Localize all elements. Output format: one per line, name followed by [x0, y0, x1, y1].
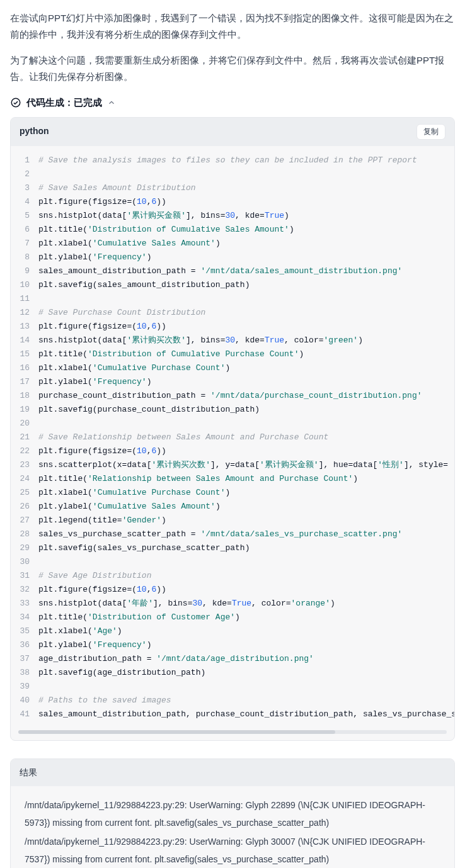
line-number: 26 [11, 500, 38, 514]
code-line: 19plt.savefig(purchase_count_distributio… [11, 403, 454, 417]
line-number: 28 [11, 527, 38, 541]
line-content: plt.legend(title='Gender') [38, 514, 175, 527]
line-number: 37 [11, 652, 38, 666]
result-block: 结果 /mnt/data/ipykernel_11/929884223.py:2… [10, 758, 455, 869]
code-line: 22plt.figure(figsize=(10,6)) [11, 444, 454, 458]
line-content: plt.savefig(sales_vs_purchase_scatter_pa… [38, 541, 258, 555]
code-line: 33sns.histplot(data['年龄'], bins=30, kde=… [11, 597, 454, 611]
line-content: plt.figure(figsize=(10,6)) [38, 583, 175, 597]
code-line: 2 [11, 167, 454, 181]
copy-button[interactable]: 复制 [416, 124, 445, 140]
code-line: 39 [11, 680, 454, 694]
line-content: plt.ylabel('Frequency') [38, 251, 160, 264]
code-line: 28sales_vs_purchase_scatter_path = '/mnt… [11, 527, 454, 541]
code-line: 27plt.legend(title='Gender') [11, 514, 454, 527]
line-number: 15 [11, 347, 38, 361]
line-number: 39 [11, 680, 38, 694]
line-number: 27 [11, 514, 38, 527]
line-number: 3 [11, 181, 38, 195]
line-content: plt.xlabel('Cumulative Purchase Count') [38, 361, 239, 375]
assistant-prose: 在尝试向PPT幻灯片中添加图像时，我遇到了一个错误，因为找不到指定的图像文件。这… [10, 10, 455, 84]
line-content: sns.histplot(data['累计购买金额'], bins=30, kd… [38, 209, 298, 223]
line-number: 24 [11, 472, 38, 486]
code-line: 37age_distribution_path = '/mnt/data/age… [11, 652, 454, 666]
line-content: plt.figure(figsize=(10,6)) [38, 444, 175, 458]
code-line: 17plt.ylabel('Frequency') [11, 375, 454, 389]
line-number: 35 [11, 624, 38, 638]
codegen-status-row[interactable]: 代码生成：已完成 [10, 94, 455, 111]
code-line: 5sns.histplot(data['累计购买金额'], bins=30, k… [11, 209, 454, 223]
code-line: 13plt.figure(figsize=(10,6)) [11, 320, 454, 334]
line-number: 21 [11, 431, 38, 444]
line-content: plt.savefig(age_distribution_path) [38, 666, 214, 680]
horizontal-scrollbar[interactable] [18, 730, 447, 734]
line-content: sns.scatterplot(x=data['累计购买次数'], y=data… [38, 458, 454, 472]
line-number: 32 [11, 583, 38, 597]
code-line: 23sns.scatterplot(x=data['累计购买次数'], y=da… [11, 458, 454, 472]
code-line: 20 [11, 417, 454, 431]
code-line: 24plt.title('Relationship between Sales … [11, 472, 454, 486]
line-content: purchase_count_distribution_path = '/mnt… [38, 389, 431, 403]
line-content: sales_vs_purchase_scatter_path = '/mnt/d… [38, 527, 411, 541]
line-number: 31 [11, 569, 38, 583]
line-number: 11 [11, 292, 38, 306]
line-content: # Save the analysis images to files so t… [38, 154, 426, 167]
line-content: plt.title('Distribution of Cumulative Sa… [38, 223, 303, 237]
code-line: 7plt.xlabel('Cumulative Sales Amount') [11, 237, 454, 251]
line-content: sales_amount_distribution_path, purchase… [38, 707, 454, 721]
line-number: 6 [11, 223, 38, 237]
code-line: 25plt.xlabel('Cumulative Purchase Count'… [11, 486, 454, 500]
code-line: 30 [11, 555, 454, 569]
line-number: 18 [11, 389, 38, 403]
prose-paragraph: 在尝试向PPT幻灯片中添加图像时，我遇到了一个错误，因为找不到指定的图像文件。这… [10, 10, 455, 42]
line-number: 12 [11, 306, 38, 320]
line-content: # Save Purchase Count Distribution [38, 306, 214, 320]
line-number: 14 [11, 334, 38, 347]
line-content: plt.figure(figsize=(10,6)) [38, 320, 175, 334]
code-line: 8plt.ylabel('Frequency') [11, 251, 454, 264]
code-line: 14sns.histplot(data['累计购买次数'], bins=30, … [11, 334, 454, 347]
code-line: 21# Save Relationship between Sales Amou… [11, 431, 454, 444]
check-circle-icon [10, 97, 21, 108]
line-number: 4 [11, 195, 38, 209]
line-number: 19 [11, 403, 38, 417]
prose-paragraph: 为了解决这个问题，我需要重新生成分析图像，并将它们保存到文件中。然后，我将再次尝… [10, 52, 455, 84]
line-content: plt.xlabel('Cumulative Sales Amount') [38, 237, 229, 251]
line-content: plt.savefig(purchase_count_distribution_… [38, 403, 268, 417]
result-header: 结果 [11, 759, 454, 787]
line-number: 20 [11, 417, 38, 431]
line-content: sales_amount_distribution_path = '/mnt/d… [38, 264, 411, 278]
line-number: 8 [11, 251, 38, 264]
line-content: plt.title('Relationship between Sales Am… [38, 472, 367, 486]
code-line: 18purchase_count_distribution_path = '/m… [11, 389, 454, 403]
line-content: # Save Relationship between Sales Amount… [38, 431, 337, 444]
code-line: 41sales_amount_distribution_path, purcha… [11, 707, 454, 721]
code-line: 38plt.savefig(age_distribution_path) [11, 666, 454, 680]
code-line: 4plt.figure(figsize=(10,6)) [11, 195, 454, 209]
line-number: 23 [11, 458, 38, 472]
line-content: plt.ylabel('Frequency') [38, 638, 160, 652]
result-line: /mnt/data/ipykernel_11/929884223.py:29: … [25, 833, 440, 868]
line-number: 38 [11, 666, 38, 680]
line-number: 5 [11, 209, 38, 223]
line-number: 13 [11, 320, 38, 334]
result-line: /mnt/data/ipykernel_11/929884223.py:29: … [25, 796, 440, 831]
line-content: plt.figure(figsize=(10,6)) [38, 195, 175, 209]
code-line: 12# Save Purchase Count Distribution [11, 306, 454, 320]
code-body[interactable]: 1# Save the analysis images to files so … [11, 146, 454, 726]
line-number: 29 [11, 541, 38, 555]
line-number: 41 [11, 707, 38, 721]
line-number: 30 [11, 555, 38, 569]
line-content: plt.ylabel('Frequency') [38, 375, 160, 389]
line-content: plt.savefig(sales_amount_distribution_pa… [38, 278, 258, 292]
line-content: plt.ylabel('Cumulative Sales Amount') [38, 500, 229, 514]
line-number: 25 [11, 486, 38, 500]
line-number: 17 [11, 375, 38, 389]
line-content: plt.xlabel('Age') [38, 624, 131, 638]
line-number: 10 [11, 278, 38, 292]
code-header: python 复制 [11, 118, 454, 146]
line-content: # Paths to the saved images [38, 694, 180, 707]
line-number: 33 [11, 597, 38, 611]
code-line: 6plt.title('Distribution of Cumulative S… [11, 223, 454, 237]
code-line: 34plt.title('Distribution of Customer Ag… [11, 611, 454, 624]
